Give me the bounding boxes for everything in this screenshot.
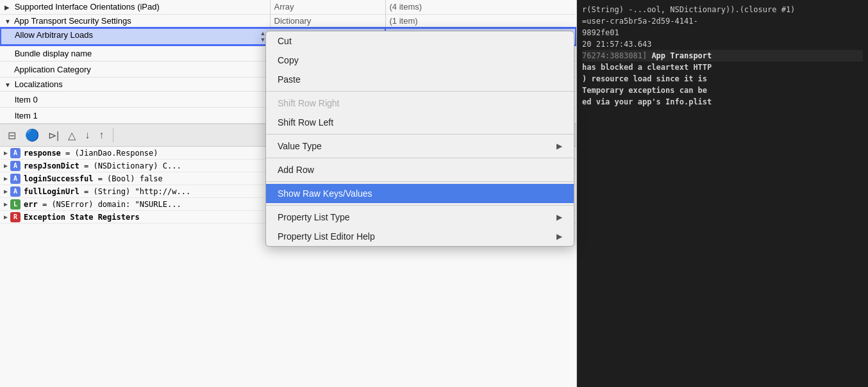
expand-arrow: ▶ — [4, 162, 8, 169]
var-text: respJsonDict = (NSDictionary) C... — [24, 161, 181, 170]
console-content: r(String) -...ool, NSDictionary)).(closu… — [577, 0, 868, 111]
var-icon-a: A — [10, 174, 21, 184]
submenu-arrow-icon: ▶ — [556, 142, 562, 151]
triangle-icon: ▼ — [4, 81, 11, 88]
menu-item-paste[interactable]: Paste — [266, 70, 574, 89]
console-line: ed via your app's Info.plist — [582, 96, 863, 108]
row-key: Item 0 — [15, 95, 38, 104]
menu-item-label: Copy — [278, 55, 299, 65]
menu-item-property-list-help[interactable]: Property List Editor Help ▶ — [266, 227, 574, 246]
triangle-icon: ▶ — [4, 4, 11, 11]
expand-arrow: ▶ — [4, 149, 8, 156]
step-out-button[interactable]: ↓ — [82, 128, 92, 142]
continue-button[interactable]: ↑ — [96, 128, 106, 142]
row-value: (1 item) — [385, 14, 576, 28]
var-text: fullLoginUrl = (String) "http://w... — [24, 187, 190, 196]
var-icon-a: A — [10, 161, 21, 171]
table-row[interactable]: ▼ App Transport Security Settings Dictio… — [1, 14, 576, 28]
menu-item-cut[interactable]: Cut — [266, 31, 574, 51]
menu-separator — [266, 134, 574, 135]
menu-separator — [266, 205, 574, 206]
row-type: Array — [270, 0, 385, 14]
menu-item-show-raw[interactable]: Show Raw Keys/Values — [266, 184, 574, 203]
menu-item-property-list-type[interactable]: Property List Type ▶ — [266, 208, 574, 227]
step-over-button[interactable]: ⊳| — [46, 128, 62, 143]
console-line: r(String) -...ool, NSDictionary)).(closu… — [582, 4, 863, 15]
row-key: Application Category — [14, 65, 91, 74]
console-line: 76274:3883081] App Transport — [582, 50, 863, 62]
bookmark-button[interactable]: 🔵 — [22, 127, 42, 144]
menu-item-label: Paste — [278, 74, 301, 85]
menu-item-label: Shift Row Right — [278, 98, 339, 108]
expand-arrow: ▶ — [4, 188, 8, 195]
console-line: ) resource load since it is — [582, 73, 863, 85]
toolbar-separator — [113, 128, 113, 142]
menu-separator — [266, 181, 574, 182]
menu-item-shift-left[interactable]: Shift Row Left — [266, 113, 574, 132]
menu-item-label: Cut — [278, 36, 292, 46]
expand-arrow: ▶ — [4, 201, 8, 208]
row-key: Supported Interface Orientations (iPad) — [15, 2, 160, 12]
var-text: response = (JianDao.Response) — [24, 149, 158, 158]
var-text: err = (NSError) domain: "NSURLE... — [24, 200, 181, 209]
menu-item-label: Shift Row Left — [278, 117, 333, 128]
menu-item-add-row[interactable]: Add Row — [266, 160, 574, 179]
submenu-arrow-icon: ▶ — [556, 213, 562, 222]
console-line: Temporary exceptions can be — [582, 85, 863, 96]
var-icon-a: A — [10, 148, 21, 158]
console-pane: r(String) -...ool, NSDictionary)).(closu… — [577, 0, 868, 387]
row-key: Allow Arbitrary Loads — [15, 30, 93, 40]
triangle-icon: ▼ — [4, 18, 11, 25]
expand-arrow: ▶ — [4, 213, 8, 220]
menu-item-value-type[interactable]: Value Type ▶ — [266, 136, 574, 156]
menu-item-label: Property List Type — [278, 212, 350, 222]
main-container: ▶ Supported Interface Orientations (iPad… — [0, 0, 868, 387]
menu-item-label: Property List Editor Help — [278, 231, 375, 242]
console-line: =user-cra5br5a-2d59-4141- — [582, 15, 863, 27]
console-line: has blocked a cleartext HTTP — [582, 62, 863, 73]
toggle-button[interactable]: ⊟ — [5, 128, 19, 143]
var-text: loginSuccessful = (Bool) false — [24, 174, 163, 183]
menu-separator — [266, 91, 574, 92]
row-key: Bundle display name — [15, 49, 92, 58]
menu-item-label: Value Type — [278, 141, 322, 151]
console-line: 9892fe01 — [582, 27, 863, 38]
var-icon-a: A — [10, 186, 21, 197]
table-row[interactable]: ▶ Supported Interface Orientations (iPad… — [1, 0, 576, 14]
menu-item-label: Add Row — [278, 165, 314, 175]
step-in-button[interactable]: △ — [65, 128, 78, 143]
row-type: Dictionary — [270, 14, 385, 28]
menu-separator — [266, 158, 574, 158]
menu-item-copy[interactable]: Copy — [266, 51, 574, 70]
menu-item-shift-right: Shift Row Right — [266, 94, 574, 113]
row-key: App Transport Security Settings — [14, 16, 131, 26]
row-key: Localizations — [15, 79, 63, 89]
var-icon-r: R — [10, 212, 21, 222]
row-key: Item 1 — [15, 111, 38, 120]
var-icon-l: L — [10, 199, 21, 210]
menu-item-label: Show Raw Keys/Values — [278, 188, 372, 199]
context-menu: Cut Copy Paste Shift Row Right Shift Row… — [265, 31, 574, 247]
var-text: Exception State Registers — [24, 213, 140, 222]
console-line: 20 21:57:43.643 — [582, 38, 863, 50]
row-value: (4 items) — [385, 0, 576, 14]
submenu-arrow-icon: ▶ — [556, 232, 562, 241]
expand-arrow: ▶ — [4, 175, 8, 182]
